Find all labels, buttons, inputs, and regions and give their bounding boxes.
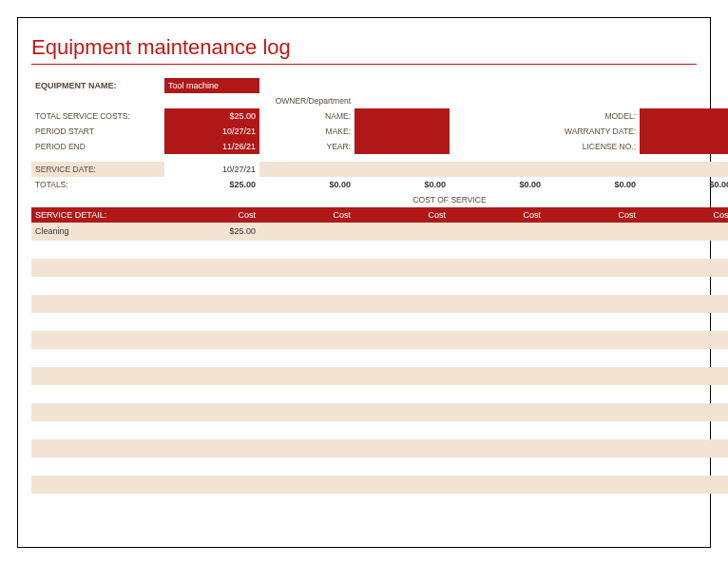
detail-cost-cell[interactable] xyxy=(259,223,354,241)
detail-cost-cell[interactable] xyxy=(450,494,545,512)
detail-cost-cell[interactable] xyxy=(354,277,450,295)
detail-cost-cell[interactable] xyxy=(545,295,640,313)
detail-cost-cell[interactable] xyxy=(640,439,728,458)
detail-cost-cell[interactable] xyxy=(640,421,728,439)
detail-cost-cell[interactable] xyxy=(545,476,640,494)
detail-cost-cell[interactable] xyxy=(354,223,450,241)
detail-label-cell[interactable] xyxy=(31,476,164,494)
detail-label-cell[interactable] xyxy=(31,241,164,259)
detail-cost-cell[interactable] xyxy=(354,349,450,367)
detail-cost-cell[interactable] xyxy=(545,259,640,277)
detail-label-cell[interactable] xyxy=(31,331,164,349)
detail-cost-cell[interactable] xyxy=(164,385,259,403)
detail-cost-cell[interactable] xyxy=(640,367,728,385)
detail-cost-cell[interactable] xyxy=(259,313,354,331)
detail-cost-cell[interactable] xyxy=(640,277,728,295)
detail-cost-cell[interactable] xyxy=(640,349,728,367)
detail-cost-cell[interactable] xyxy=(259,277,354,295)
detail-cost-cell[interactable] xyxy=(259,367,354,385)
detail-cost-cell[interactable] xyxy=(545,349,640,367)
detail-label-cell[interactable]: Cleaning xyxy=(31,223,164,241)
detail-cost-cell[interactable] xyxy=(354,403,450,421)
detail-cost-cell[interactable] xyxy=(545,367,640,385)
detail-cost-cell[interactable] xyxy=(354,331,450,349)
detail-cost-cell[interactable] xyxy=(640,313,728,331)
detail-cost-cell[interactable] xyxy=(450,367,545,385)
detail-label-cell[interactable] xyxy=(31,494,164,512)
detail-cost-cell[interactable] xyxy=(450,313,545,331)
detail-cost-cell[interactable] xyxy=(164,349,259,367)
detail-cost-cell[interactable] xyxy=(545,439,640,458)
detail-label-cell[interactable] xyxy=(31,349,164,367)
detail-label-cell[interactable] xyxy=(31,259,164,277)
detail-cost-cell[interactable] xyxy=(450,295,545,313)
detail-cost-cell[interactable] xyxy=(164,476,259,494)
detail-cost-cell[interactable] xyxy=(640,259,728,277)
detail-cost-cell[interactable] xyxy=(164,259,259,277)
value-total-service-costs[interactable]: $25.00 xyxy=(164,108,259,124)
detail-cost-cell[interactable] xyxy=(259,259,354,277)
detail-cost-cell[interactable] xyxy=(450,403,545,421)
detail-cost-cell[interactable] xyxy=(354,385,450,403)
detail-cost-cell[interactable] xyxy=(354,241,450,259)
detail-cost-cell[interactable] xyxy=(640,223,728,241)
detail-cost-cell[interactable] xyxy=(354,458,450,476)
value-make[interactable] xyxy=(354,124,450,139)
detail-cost-cell[interactable] xyxy=(450,331,545,349)
detail-cost-cell[interactable] xyxy=(259,349,354,367)
detail-cost-cell[interactable] xyxy=(545,458,640,476)
detail-cost-cell[interactable] xyxy=(354,367,450,385)
detail-cost-cell[interactable] xyxy=(640,494,728,512)
detail-cost-cell[interactable] xyxy=(545,403,640,421)
detail-cost-cell[interactable] xyxy=(259,403,354,421)
detail-cost-cell[interactable] xyxy=(450,241,545,259)
detail-cost-cell[interactable] xyxy=(164,421,259,439)
value-owner-name[interactable] xyxy=(354,108,450,124)
detail-cost-cell[interactable] xyxy=(545,385,640,403)
detail-label-cell[interactable] xyxy=(31,439,164,458)
detail-cost-cell[interactable] xyxy=(259,331,354,349)
detail-cost-cell[interactable] xyxy=(164,313,259,331)
detail-cost-cell[interactable] xyxy=(450,277,545,295)
detail-cost-cell[interactable] xyxy=(354,295,450,313)
detail-cost-cell[interactable]: $25.00 xyxy=(164,223,259,241)
detail-cost-cell[interactable] xyxy=(259,458,354,476)
value-license-no[interactable] xyxy=(640,139,728,154)
detail-cost-cell[interactable] xyxy=(259,385,354,403)
detail-cost-cell[interactable] xyxy=(354,421,450,439)
detail-cost-cell[interactable] xyxy=(450,458,545,476)
detail-cost-cell[interactable] xyxy=(164,458,259,476)
value-warranty-date[interactable] xyxy=(640,124,728,139)
detail-cost-cell[interactable] xyxy=(640,295,728,313)
detail-cost-cell[interactable] xyxy=(259,295,354,313)
detail-cost-cell[interactable] xyxy=(640,458,728,476)
detail-label-cell[interactable] xyxy=(31,277,164,295)
detail-cost-cell[interactable] xyxy=(450,421,545,439)
detail-cost-cell[interactable] xyxy=(450,385,545,403)
detail-cost-cell[interactable] xyxy=(545,331,640,349)
value-period-end[interactable]: 11/26/21 xyxy=(164,139,259,154)
value-year[interactable] xyxy=(354,139,450,154)
detail-cost-cell[interactable] xyxy=(450,439,545,458)
detail-cost-cell[interactable] xyxy=(259,439,354,458)
detail-label-cell[interactable] xyxy=(31,313,164,331)
detail-cost-cell[interactable] xyxy=(259,241,354,259)
detail-label-cell[interactable] xyxy=(31,295,164,313)
detail-cost-cell[interactable] xyxy=(640,331,728,349)
detail-cost-cell[interactable] xyxy=(164,439,259,458)
detail-cost-cell[interactable] xyxy=(164,367,259,385)
value-equipment-name[interactable]: Tool machine xyxy=(164,78,259,93)
detail-cost-cell[interactable] xyxy=(640,241,728,259)
detail-cost-cell[interactable] xyxy=(450,349,545,367)
detail-cost-cell[interactable] xyxy=(545,241,640,259)
detail-cost-cell[interactable] xyxy=(545,421,640,439)
detail-cost-cell[interactable] xyxy=(164,277,259,295)
detail-cost-cell[interactable] xyxy=(259,494,354,512)
detail-label-cell[interactable] xyxy=(31,403,164,421)
detail-cost-cell[interactable] xyxy=(164,241,259,259)
detail-label-cell[interactable] xyxy=(31,421,164,439)
value-model[interactable] xyxy=(640,108,728,124)
detail-cost-cell[interactable] xyxy=(354,259,450,277)
detail-cost-cell[interactable] xyxy=(164,403,259,421)
detail-cost-cell[interactable] xyxy=(354,494,450,512)
